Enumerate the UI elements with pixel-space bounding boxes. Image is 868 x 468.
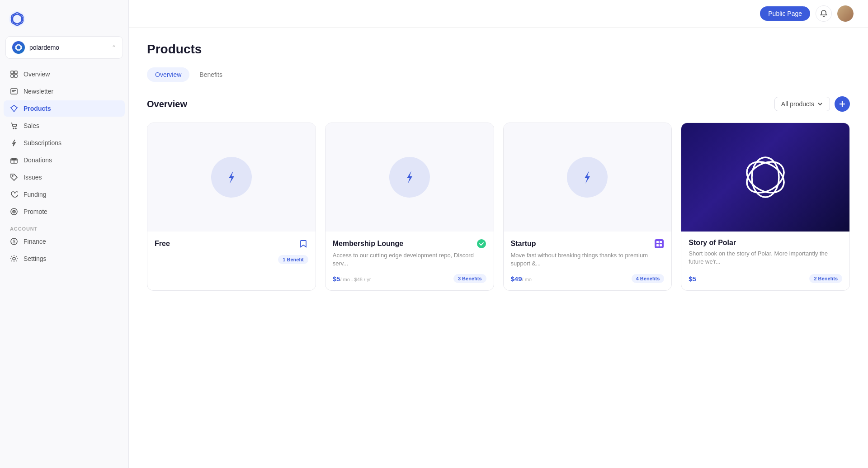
sidebar-label-products: Products bbox=[24, 105, 51, 112]
sidebar-item-donations[interactable]: Donations bbox=[4, 152, 125, 168]
sidebar-label-settings: Settings bbox=[24, 255, 47, 262]
heart-icon bbox=[10, 190, 18, 199]
bolt-icon bbox=[579, 169, 595, 185]
sidebar-item-funding[interactable]: Funding bbox=[4, 186, 125, 203]
section-title: Overview bbox=[147, 99, 187, 109]
sidebar-item-issues[interactable]: Issues bbox=[4, 169, 125, 185]
sidebar-item-settings[interactable]: Settings bbox=[4, 251, 125, 267]
card-image-membership bbox=[326, 123, 494, 232]
svg-point-16 bbox=[15, 128, 16, 129]
benefits-badge: 2 Benefits bbox=[809, 274, 842, 283]
account-section-label: Account bbox=[0, 221, 128, 233]
sidebar-item-promote[interactable]: Promote bbox=[4, 203, 125, 220]
svg-point-37 bbox=[741, 156, 789, 199]
product-card-startup[interactable]: Startup Move fast without breaking thi bbox=[503, 123, 672, 291]
section-header: Overview All products bbox=[147, 96, 850, 112]
user-avatar[interactable] bbox=[837, 5, 854, 22]
svg-point-26 bbox=[13, 257, 15, 260]
sidebar-label-finance: Finance bbox=[24, 238, 46, 245]
card-image-story bbox=[681, 123, 849, 232]
svg-point-29 bbox=[477, 239, 486, 248]
notification-button[interactable] bbox=[816, 5, 832, 22]
sidebar-label-sales: Sales bbox=[24, 122, 39, 129]
settings-icon bbox=[10, 255, 18, 263]
main-content: Public Page Products Overview Benefits O… bbox=[129, 0, 868, 468]
bolt-circle bbox=[389, 157, 430, 198]
bolt-icon bbox=[223, 169, 240, 185]
tab-overview[interactable]: Overview bbox=[147, 67, 189, 82]
grid-purple-icon bbox=[654, 239, 664, 249]
filter-dropdown[interactable]: All products bbox=[774, 97, 830, 111]
products-grid: Free 1 Benefit bbox=[147, 123, 850, 291]
card-description: Move fast without breaking things thanks… bbox=[511, 251, 665, 268]
sidebar-item-products[interactable]: Products bbox=[4, 100, 125, 117]
sidebar-label-issues: Issues bbox=[24, 174, 42, 181]
card-title-row: Story of Polar bbox=[689, 239, 842, 247]
card-title-row: Free bbox=[155, 239, 308, 249]
card-body-free: Free 1 Benefit bbox=[147, 232, 316, 290]
cart-icon bbox=[10, 122, 18, 130]
diamond-icon bbox=[10, 104, 18, 113]
card-body-startup: Startup Move fast without breaking thi bbox=[504, 232, 672, 290]
card-body-story: Story of Polar Short book on the story o… bbox=[681, 232, 849, 290]
svg-point-20 bbox=[12, 175, 13, 176]
card-title: Free bbox=[155, 240, 170, 248]
sidebar-label-overview: Overview bbox=[24, 71, 50, 78]
sidebar-item-newsletter[interactable]: Newsletter bbox=[4, 83, 125, 99]
main-nav: Overview Newsletter Products bbox=[0, 66, 128, 221]
svg-rect-7 bbox=[11, 71, 14, 74]
topbar: Public Page bbox=[129, 0, 868, 28]
sidebar-item-subscriptions[interactable]: Subscriptions bbox=[4, 135, 125, 151]
bolt-icon bbox=[10, 139, 18, 147]
page-content: Products Overview Benefits Overview All … bbox=[129, 28, 868, 468]
grid-icon bbox=[10, 70, 18, 78]
card-price: $5 bbox=[689, 275, 696, 283]
tab-benefits[interactable]: Benefits bbox=[191, 67, 231, 82]
svg-rect-32 bbox=[660, 241, 662, 243]
benefits-badge: 4 Benefits bbox=[632, 274, 665, 283]
svg-point-15 bbox=[13, 128, 14, 129]
bookmark-icon bbox=[298, 239, 308, 249]
section-controls: All products bbox=[774, 96, 850, 112]
public-page-button[interactable]: Public Page bbox=[760, 6, 810, 21]
dollar-icon: $ bbox=[10, 237, 18, 246]
card-body-membership: Membership Lounge Access to our cutting … bbox=[326, 232, 494, 290]
card-footer: $5 2 Benefits bbox=[689, 274, 842, 283]
svg-text:$: $ bbox=[13, 239, 15, 244]
card-title: Story of Polar bbox=[689, 239, 736, 247]
tag-icon bbox=[10, 173, 18, 181]
svg-point-23 bbox=[14, 211, 14, 212]
bolt-icon bbox=[401, 169, 418, 185]
polar-logo-large bbox=[738, 150, 793, 204]
page-title: Products bbox=[147, 42, 850, 57]
add-product-button[interactable] bbox=[835, 96, 850, 112]
sidebar-label-newsletter: Newsletter bbox=[24, 88, 53, 95]
benefits-badge: 1 Benefit bbox=[278, 255, 308, 264]
account-nav: $ Finance Settings bbox=[0, 233, 128, 268]
sidebar-label-donations: Donations bbox=[24, 156, 52, 164]
svg-point-6 bbox=[14, 44, 22, 51]
svg-rect-8 bbox=[14, 71, 17, 74]
product-card-story[interactable]: Story of Polar Short book on the story o… bbox=[681, 123, 850, 291]
svg-marker-14 bbox=[11, 105, 17, 112]
newspaper-icon bbox=[10, 87, 18, 95]
sidebar-item-sales[interactable]: Sales bbox=[4, 118, 125, 134]
plus-icon bbox=[839, 100, 846, 108]
card-description: Access to our cutting edge development r… bbox=[333, 251, 486, 268]
svg-rect-33 bbox=[656, 244, 659, 246]
org-selector[interactable]: polardemo ⌃ bbox=[5, 36, 123, 59]
product-card-free[interactable]: Free 1 Benefit bbox=[147, 123, 316, 291]
svg-rect-31 bbox=[656, 241, 659, 243]
card-title: Startup bbox=[511, 240, 536, 248]
product-card-membership[interactable]: Membership Lounge Access to our cutting … bbox=[325, 123, 494, 291]
card-title: Membership Lounge bbox=[333, 240, 403, 248]
tabs: Overview Benefits bbox=[147, 67, 850, 82]
card-description: Short book on the story of Polar. More i… bbox=[689, 250, 842, 268]
benefits-badge: 3 Benefits bbox=[453, 274, 486, 283]
svg-rect-30 bbox=[655, 239, 664, 248]
org-avatar bbox=[12, 41, 25, 54]
sidebar-item-finance[interactable]: $ Finance bbox=[4, 233, 125, 250]
chevron-down-icon: ⌃ bbox=[112, 44, 116, 51]
card-image-startup bbox=[504, 123, 672, 232]
sidebar-item-overview[interactable]: Overview bbox=[4, 66, 125, 82]
